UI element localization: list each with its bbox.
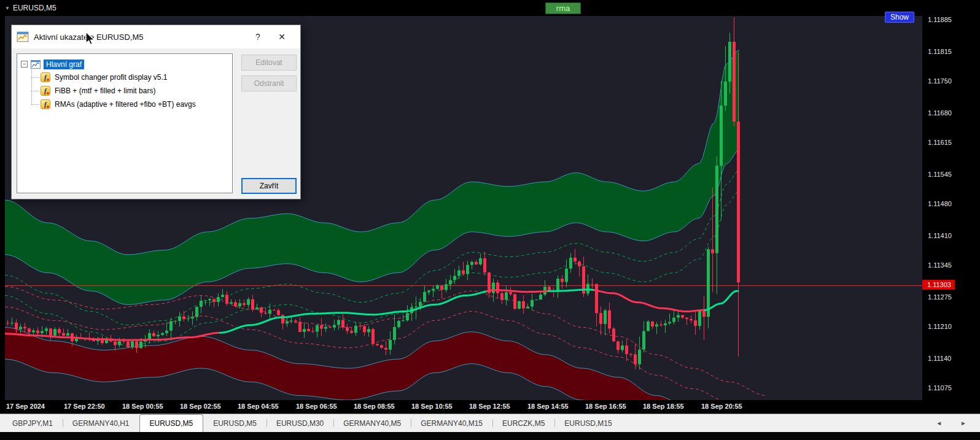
tab-scroll-left-icon[interactable]: ◄ xyxy=(936,420,942,426)
function-icon: ƒ xyxy=(41,99,50,109)
price-axis-label: 1.11075 xyxy=(928,384,952,392)
chart-tab[interactable]: GERMANY40,M15 xyxy=(411,414,492,432)
indicator-label: Symbol changer profit display v5.1 xyxy=(55,73,167,82)
price-axis-label: 1.11615 xyxy=(928,139,952,146)
indicator-label: RMAs (adaptive + filtered +fibo +BT) eav… xyxy=(55,100,196,109)
tab-scroll-controls: ◄ ► xyxy=(922,414,980,432)
chart-tab[interactable]: EURUSD,M5 xyxy=(203,414,266,432)
tree-root-label: Hlavní graf xyxy=(44,60,84,69)
function-icon: ƒ xyxy=(41,86,50,96)
window-bottom-edge xyxy=(0,432,980,440)
indicators-dialog: Aktivní ukazatele EURUSD,M5 ? ✕ − Hlavní… xyxy=(11,25,301,199)
time-axis-label: 18 Sep 14:55 xyxy=(527,403,569,410)
help-icon[interactable]: ? xyxy=(247,32,268,42)
price-axis-label: 1.11815 xyxy=(928,48,952,55)
time-axis-label: 18 Sep 08:55 xyxy=(354,403,395,410)
close-icon[interactable]: ✕ xyxy=(268,32,295,42)
chart-tab[interactable]: GERMANY40,M5 xyxy=(333,414,411,432)
indicators-dialog-icon xyxy=(17,31,29,43)
time-axis[interactable]: 17 Sep 202417 Sep 22:5018 Sep 00:5518 Se… xyxy=(5,400,922,414)
chart-tab[interactable]: GBPJPY,M1 xyxy=(2,414,63,432)
time-axis-label: 18 Sep 06:55 xyxy=(296,403,337,410)
tree-collapse-icon[interactable]: − xyxy=(21,61,28,68)
show-button[interactable]: Show xyxy=(885,12,914,23)
price-axis-label: 1.11345 xyxy=(928,261,952,269)
price-axis-label: 1.11750 xyxy=(928,77,952,85)
price-axis-label: 1.11210 xyxy=(928,323,952,330)
chart-symbol-label: ▼ EURUSD,M5 xyxy=(5,4,56,12)
top-bar: ▼ EURUSD,M5 rma xyxy=(0,0,980,16)
price-axis-label: 1.11410 xyxy=(928,232,952,239)
indicator-row[interactable]: ƒ FiBB + (mtf + filled + limit bars) xyxy=(41,84,231,98)
close-button[interactable]: Zavřít xyxy=(241,178,297,194)
chart-tab[interactable]: EURUSD,M5 xyxy=(139,414,204,432)
indicator-label: FiBB + (mtf + filled + limit bars) xyxy=(55,87,155,95)
tree-children: ƒ Symbol changer profit display v5.1 ƒ F… xyxy=(18,71,231,111)
chart-tab[interactable]: GERMANY40,H1 xyxy=(63,414,139,432)
mt-terminal-window: { "top_bar": {"symbol": "EURUSD,M5", "rm… xyxy=(0,0,980,440)
mouse-cursor xyxy=(84,31,97,45)
edit-button: Editovat xyxy=(241,55,297,71)
function-icon: ƒ xyxy=(41,72,50,82)
rma-overlay-button[interactable]: rma xyxy=(545,2,581,14)
time-axis-label: 18 Sep 00:55 xyxy=(122,403,163,410)
time-axis-label: 18 Sep 10:55 xyxy=(411,403,453,410)
time-axis-label: 17 Sep 22:50 xyxy=(64,403,105,410)
price-axis-label: 1.11545 xyxy=(928,171,952,178)
time-axis-label: 18 Sep 20:55 xyxy=(701,403,742,410)
main-chart-icon xyxy=(31,60,41,69)
indicator-row[interactable]: ƒ RMAs (adaptive + filtered +fibo +BT) e… xyxy=(41,98,231,111)
time-axis-label: 18 Sep 02:55 xyxy=(180,403,221,410)
time-axis-label: 18 Sep 18:55 xyxy=(643,403,684,410)
chart-tab[interactable]: EURUSD,M30 xyxy=(266,414,333,432)
dialog-body: − Hlavní graf ƒ Symbol changer profit di… xyxy=(12,48,300,199)
price-axis-label: 1.11140 xyxy=(928,355,951,362)
time-axis-label: 18 Sep 16:55 xyxy=(585,403,626,410)
symbol-text: EURUSD,M5 xyxy=(13,4,56,12)
indicators-tree[interactable]: − Hlavní graf ƒ Symbol changer profit di… xyxy=(17,53,233,193)
price-axis-label: 1.11680 xyxy=(928,109,952,117)
tab-scroll-right-icon[interactable]: ► xyxy=(960,420,966,426)
chart-tab[interactable]: EURUSD,M15 xyxy=(554,414,621,432)
chart-tab-bar: GBPJPY,M1 GERMANY40,H1 EURUSD,M5 EURUSD,… xyxy=(0,414,980,432)
price-axis-label: 1.11885 xyxy=(928,16,952,23)
time-axis-label: 17 Sep 2024 xyxy=(6,403,45,410)
chart-tab[interactable]: EURCZK,M5 xyxy=(492,414,554,432)
indicator-row[interactable]: ƒ Symbol changer profit display v5.1 xyxy=(41,71,231,84)
current-price-badge: 1.11303 xyxy=(922,280,955,290)
price-axis[interactable]: 1.118851.118151.117501.116801.116151.115… xyxy=(922,16,980,400)
remove-button: Odstranit xyxy=(241,75,297,91)
tree-root-row[interactable]: − Hlavní graf xyxy=(18,58,231,71)
dialog-titlebar[interactable]: Aktivní ukazatele EURUSD,M5 ? ✕ xyxy=(12,25,300,48)
time-axis-label: 18 Sep 12:55 xyxy=(469,403,510,410)
symbol-dropdown-icon: ▼ xyxy=(5,6,10,11)
price-axis-label: 1.11275 xyxy=(928,293,952,301)
price-axis-label: 1.11480 xyxy=(928,200,952,207)
time-axis-label: 18 Sep 04:55 xyxy=(238,403,279,410)
